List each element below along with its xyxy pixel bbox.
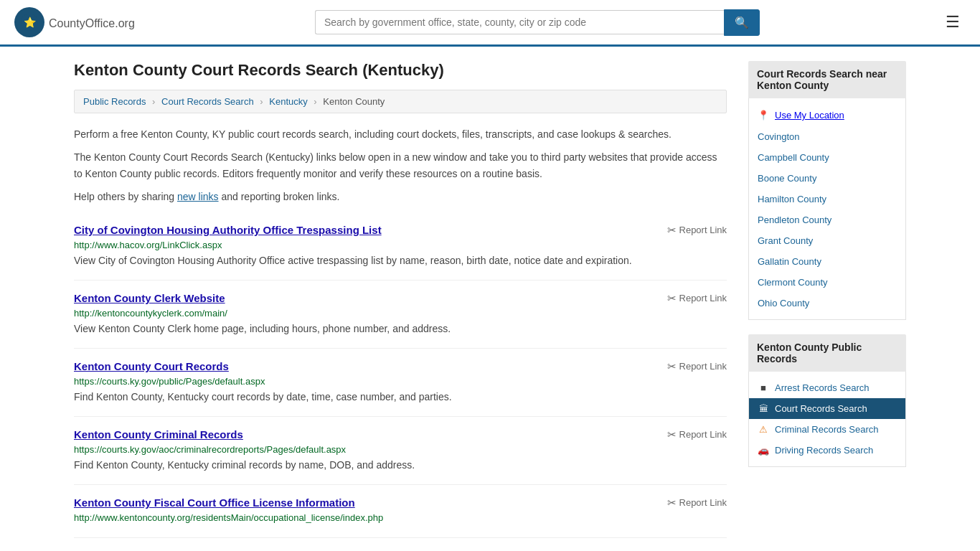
circle-icon: 🚗 — [758, 445, 769, 456]
result-title[interactable]: Kenton County Court Records — [74, 360, 229, 372]
result-header: Kenton County Court Records ✂ Report Lin… — [74, 360, 727, 373]
result-url[interactable]: http://www.kentoncounty.org/residentsMai… — [74, 512, 727, 523]
breadcrumb: Public Records › Court Records Search › … — [74, 90, 727, 113]
result-url[interactable]: https://courts.ky.gov/aoc/criminalrecord… — [74, 444, 727, 455]
sidebar-item-covington[interactable]: Covington — [749, 126, 905, 147]
result-desc: View Kenton County Clerk home page, incl… — [74, 321, 727, 336]
result-title[interactable]: City of Covington Housing Authority Offi… — [74, 224, 382, 236]
sidebar-item-driving[interactable]: 🚗 Driving Records Search — [749, 440, 905, 461]
search-button[interactable]: 🔍 — [724, 9, 760, 36]
sidebar-item-campbell[interactable]: Campbell County — [749, 147, 905, 168]
result-url[interactable]: https://courts.ky.gov/public/Pages/defau… — [74, 376, 727, 387]
result-desc: View City of Covington Housing Authority… — [74, 253, 727, 268]
report-icon: ✂ — [667, 224, 677, 237]
sidebar-item-boone[interactable]: Boone County — [749, 168, 905, 189]
result-header: Kenton County Clerk Website ✂ Report Lin… — [74, 292, 727, 305]
public-records-body: ■ Arrest Records Search 🏛 Court Records … — [748, 372, 906, 467]
breadcrumb-sep-3: › — [314, 96, 316, 107]
sidebar-item-hamilton[interactable]: Hamilton County — [749, 189, 905, 209]
nearby-header: Court Records Search near Kenton County — [748, 61, 906, 98]
report-icon: ✂ — [667, 496, 677, 509]
sidebar-item-gallatin[interactable]: Gallatin County — [749, 251, 905, 272]
nearby-section: Court Records Search near Kenton County … — [748, 61, 906, 320]
sidebar-item-clermont[interactable]: Clermont County — [749, 272, 905, 293]
result-url[interactable]: http://www.hacov.org/LinkClick.aspx — [74, 240, 727, 250]
result-url[interactable]: http://kentoncountykyclerk.com/main/ — [74, 308, 727, 319]
sidebar-item-arrest[interactable]: ■ Arrest Records Search — [749, 377, 905, 398]
sidebar-item-court[interactable]: 🏛 Court Records Search — [749, 398, 905, 419]
description-3-text: Help others by sharing — [74, 191, 174, 202]
use-my-location[interactable]: 📍 Use My Location — [749, 104, 905, 126]
new-links-link[interactable]: new links — [177, 191, 219, 202]
report-link-5[interactable]: ✂ Report Link — [667, 496, 727, 509]
public-records-header: Kenton County Public Records — [748, 334, 906, 372]
result-header: City of Covington Housing Authority Offi… — [74, 224, 727, 237]
sidebar-item-pendleton[interactable]: Pendleton County — [749, 209, 905, 230]
logo-area: ⭐ CountyOffice.org — [14, 7, 135, 37]
description-1: Perform a free Kenton County, KY public … — [74, 126, 727, 142]
result-item: Kenton County Fiscal Court Office Licens… — [74, 485, 727, 538]
result-header: Kenton County Fiscal Court Office Licens… — [74, 496, 727, 509]
report-link-2[interactable]: ✂ Report Link — [667, 292, 727, 305]
use-my-location-link[interactable]: Use My Location — [775, 110, 844, 121]
hamburger-icon: ☰ — [946, 13, 960, 31]
sidebar-item-criminal[interactable]: ⚠ Criminal Records Search — [749, 419, 905, 440]
result-header: Kenton County Criminal Records ✂ Report … — [74, 428, 727, 441]
sidebar-item-grant[interactable]: Grant County — [749, 230, 905, 251]
main-container: Kenton County Court Records Search (Kent… — [60, 47, 920, 551]
result-item: Kenton County Clerk Website ✂ Report Lin… — [74, 281, 727, 349]
description-2: The Kenton County Court Records Search (… — [74, 149, 727, 182]
report-icon: ✂ — [667, 428, 677, 441]
public-records-section: Kenton County Public Records ■ Arrest Re… — [748, 334, 906, 467]
content-area: Kenton County Court Records Search (Kent… — [74, 61, 727, 538]
svg-text:⭐: ⭐ — [24, 17, 37, 29]
sidebar-item-ohio[interactable]: Ohio County — [749, 293, 905, 314]
report-link-4[interactable]: ✂ Report Link — [667, 428, 727, 441]
description-3: Help others by sharing new links and rep… — [74, 189, 727, 204]
result-item: Kenton County Criminal Records ✂ Report … — [74, 417, 727, 485]
breadcrumb-public-records[interactable]: Public Records — [83, 96, 146, 107]
header: ⭐ CountyOffice.org 🔍 ☰ — [0, 0, 980, 47]
result-title[interactable]: Kenton County Clerk Website — [74, 292, 225, 304]
breadcrumb-kentucky[interactable]: Kentucky — [269, 96, 307, 107]
menu-button[interactable]: ☰ — [940, 10, 966, 34]
nearby-body: 📍 Use My Location Covington Campbell Cou… — [748, 98, 906, 320]
description-3b-text: and reporting broken links. — [221, 191, 339, 202]
report-icon: ✂ — [667, 360, 677, 373]
breadcrumb-sep-2: › — [260, 96, 263, 107]
search-icon: 🔍 — [735, 17, 749, 29]
result-desc: Find Kenton County, Kentucky criminal re… — [74, 458, 727, 473]
sidebar: Court Records Search near Kenton County … — [748, 61, 906, 538]
results-list: City of Covington Housing Authority Offi… — [74, 212, 727, 538]
breadcrumb-sep-1: › — [152, 96, 155, 107]
location-icon: 📍 — [758, 110, 769, 121]
page-title: Kenton County Court Records Search (Kent… — [74, 61, 727, 80]
result-title[interactable]: Kenton County Criminal Records — [74, 428, 243, 441]
logo-icon: ⭐ — [14, 7, 44, 37]
report-link-1[interactable]: ✂ Report Link — [667, 224, 727, 237]
result-item: City of Covington Housing Authority Offi… — [74, 212, 727, 281]
report-icon: ✂ — [667, 292, 677, 305]
search-area: 🔍 — [315, 9, 760, 36]
breadcrumb-kenton-county: Kenton County — [323, 96, 385, 107]
building-icon: 🏛 — [758, 403, 769, 414]
breadcrumb-court-records[interactable]: Court Records Search — [161, 96, 254, 107]
search-input[interactable] — [315, 10, 724, 34]
result-title[interactable]: Kenton County Fiscal Court Office Licens… — [74, 496, 355, 509]
result-item: Kenton County Court Records ✂ Report Lin… — [74, 349, 727, 417]
triangle-icon: ⚠ — [758, 424, 769, 435]
logo-text: CountyOffice.org — [49, 14, 135, 31]
report-link-3[interactable]: ✂ Report Link — [667, 360, 727, 373]
square-icon: ■ — [758, 382, 769, 393]
result-desc: Find Kenton County, Kentucky court recor… — [74, 390, 727, 405]
